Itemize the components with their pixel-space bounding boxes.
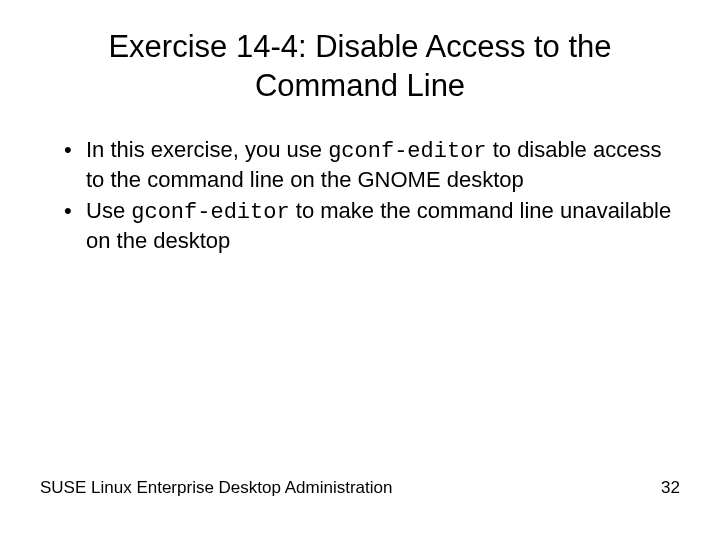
list-item: Use gconf-editor to make the command lin… (64, 197, 680, 256)
footer-text: SUSE Linux Enterprise Desktop Administra… (40, 478, 392, 498)
list-item: In this exercise, you use gconf-editor t… (64, 136, 680, 195)
footer: SUSE Linux Enterprise Desktop Administra… (40, 478, 680, 498)
code-span: gconf-editor (131, 200, 289, 225)
page-number: 32 (661, 478, 680, 498)
bullet-list: In this exercise, you use gconf-editor t… (40, 136, 680, 256)
slide: Exercise 14-4: Disable Access to the Com… (0, 0, 720, 540)
bullet-text: In this exercise, you use (86, 137, 328, 162)
code-span: gconf-editor (328, 139, 486, 164)
bullet-text: Use (86, 198, 131, 223)
page-title: Exercise 14-4: Disable Access to the Com… (50, 28, 670, 106)
